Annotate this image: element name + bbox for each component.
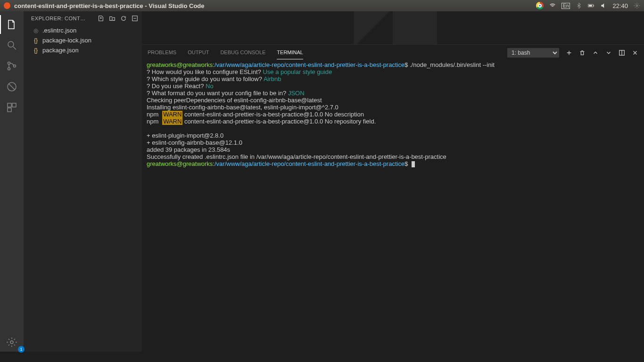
maximize-panel-icon[interactable] (592, 49, 599, 56)
svg-rect-10 (12, 103, 16, 107)
svg-point-12 (10, 341, 13, 344)
new-folder-icon[interactable] (109, 15, 116, 22)
json-icon: {} (32, 37, 40, 44)
file-label: package-lock.json (42, 37, 91, 44)
svg-rect-1 (594, 5, 594, 7)
chrome-icon[interactable] (536, 2, 544, 9)
svg-rect-9 (8, 103, 11, 107)
bluetooth-icon[interactable] (576, 2, 582, 9)
activity-settings[interactable]: 1 (0, 333, 24, 352)
new-terminal-icon[interactable] (566, 49, 572, 56)
terminal-output[interactable]: greatworks@greatworks:/var/www/aga/artic… (142, 60, 644, 352)
svg-point-5 (8, 62, 10, 65)
tab-output[interactable]: OUTPUT (188, 46, 209, 59)
svg-point-4 (8, 41, 14, 47)
file-package[interactable]: {} package.json (24, 45, 142, 55)
editor-area: ◤▮▮ PROBLEMS OUTPUT DEBUG CONSOLE TERMIN… (142, 11, 644, 352)
file-eslintrc[interactable]: ◎ .eslintrc.json (24, 25, 142, 35)
file-package-lock[interactable]: {} package-lock.json (24, 35, 142, 45)
wifi-icon[interactable] (549, 2, 556, 9)
tab-terminal[interactable]: TERMINAL (277, 46, 303, 59)
vscode-logo-icon: ◤▮▮ (355, 11, 432, 44)
tab-debug-console[interactable]: DEBUG CONSOLE (220, 46, 265, 59)
tab-problems[interactable]: PROBLEMS (148, 46, 176, 59)
terminal-cursor (412, 161, 415, 167)
bottom-panel: PROBLEMS OUTPUT DEBUG CONSOLE TERMINAL 1… (142, 44, 644, 352)
svg-rect-2 (589, 5, 592, 7)
file-label: .eslintrc.json (42, 27, 76, 34)
volume-icon[interactable] (600, 2, 607, 9)
json-icon: {} (32, 47, 40, 54)
activity-extensions[interactable] (0, 98, 24, 117)
chevron-down-icon[interactable] (605, 49, 612, 56)
eslint-icon: ◎ (32, 27, 40, 34)
refresh-icon[interactable] (120, 15, 127, 22)
close-panel-icon[interactable] (632, 49, 638, 56)
activity-explorer[interactable] (0, 15, 24, 34)
lang-indicator[interactable]: En (561, 3, 570, 9)
terminal-selector[interactable]: 1: bash (507, 48, 559, 58)
activity-scm[interactable] (0, 57, 24, 75)
file-label: package.json (42, 47, 79, 54)
kill-terminal-icon[interactable] (579, 49, 586, 56)
editor-watermark: ◤▮▮ (142, 11, 644, 44)
battery-icon[interactable] (588, 2, 594, 9)
svg-rect-11 (8, 108, 11, 112)
settings-badge: 1 (18, 346, 25, 353)
explorer-title: EXPLORER: CONT… (31, 16, 98, 21)
clock[interactable]: 22:40 (612, 2, 628, 9)
window-title: content-eslint-and-prettier-is-a-best-pr… (14, 2, 205, 9)
svg-point-3 (636, 5, 638, 7)
svg-point-6 (8, 68, 10, 70)
activity-search[interactable] (0, 36, 24, 55)
split-panel-icon[interactable] (619, 49, 625, 56)
os-titlebar: content-eslint-and-prettier-is-a-best-pr… (0, 0, 644, 11)
settings-gear-icon[interactable] (634, 2, 640, 9)
window-close-icon[interactable] (4, 2, 10, 9)
activity-bar: 1 (0, 11, 24, 352)
explorer-sidebar: EXPLORER: CONT… ◎ .eslintrc.json {} pack… (24, 11, 142, 352)
collapse-icon[interactable] (132, 15, 138, 22)
new-file-icon[interactable] (98, 15, 104, 22)
activity-debug[interactable] (0, 77, 24, 96)
